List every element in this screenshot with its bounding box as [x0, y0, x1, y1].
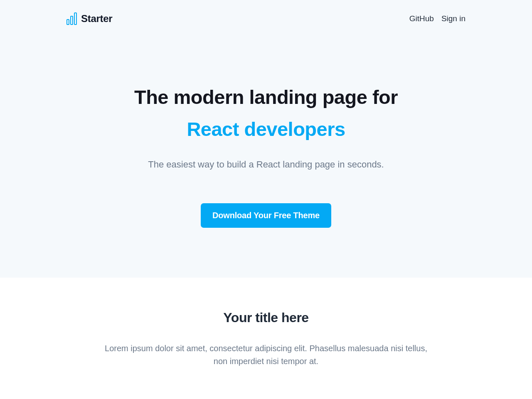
nav-links: GitHub Sign in	[409, 14, 466, 23]
hero-content: The modern landing page for React develo…	[66, 85, 466, 228]
features-section: Your title here Lorem ipsum dolor sit am…	[0, 278, 532, 399]
navbar: Starter GitHub Sign in	[66, 12, 466, 25]
hero-subtitle: The easiest way to build a React landing…	[66, 159, 466, 170]
features-subtitle: Lorem ipsum dolor sit amet, consectetur …	[100, 342, 432, 368]
hero-title-line1: The modern landing page for	[66, 85, 466, 110]
hero-title-line2: React developers	[66, 117, 466, 142]
logo-link[interactable]: Starter	[66, 12, 112, 25]
logo-text: Starter	[81, 13, 112, 25]
download-button[interactable]: Download Your Free Theme	[201, 203, 331, 228]
nav-link-signin[interactable]: Sign in	[441, 14, 466, 23]
hero-section: Starter GitHub Sign in The modern landin…	[0, 0, 532, 278]
bars-icon	[66, 12, 77, 25]
nav-link-github[interactable]: GitHub	[409, 14, 434, 23]
features-title: Your title here	[66, 310, 466, 325]
